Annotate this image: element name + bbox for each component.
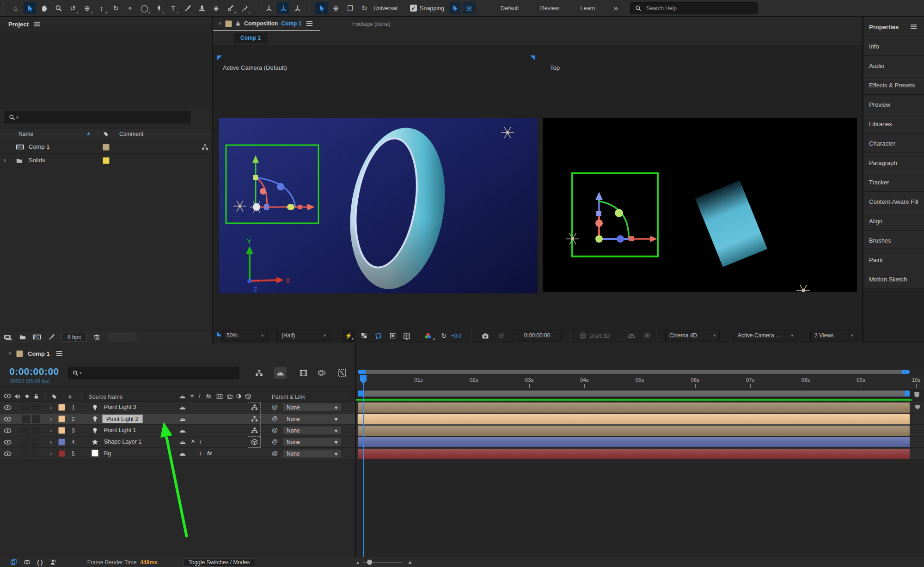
column-parent-link[interactable]: Parent & Link — [272, 394, 305, 400]
frame-blend-switch-icon[interactable] — [216, 393, 223, 400]
parent-pickwhip-icon[interactable]: @ — [272, 450, 278, 457]
mask-visibility-button[interactable] — [372, 330, 384, 341]
current-time-display[interactable]: 0:00:00:00 — [9, 366, 59, 377]
layer-duration-bar[interactable] — [358, 437, 910, 447]
layer-expander-icon[interactable]: › — [50, 450, 52, 457]
snap-to-features-button[interactable] — [463, 2, 476, 14]
layer-shy-toggle[interactable] — [179, 439, 186, 445]
work-area-bar[interactable] — [358, 390, 910, 396]
transfer-controls-pane-icon[interactable] — [24, 559, 31, 566]
snapping-toggle[interactable]: ✓ Snapping — [410, 5, 444, 12]
region-of-interest-button[interactable] — [386, 330, 398, 341]
layer-name[interactable]: Point Light 1 — [104, 427, 136, 433]
rotation-tool[interactable]: ↻ — [110, 2, 122, 14]
panel-rail-item-paint[interactable]: Paint — [863, 250, 924, 269]
panel-rail-item-audio[interactable]: Audio — [863, 56, 924, 75]
layer-visibility-toggle[interactable] — [4, 405, 12, 410]
snapshot-camera-icon[interactable] — [479, 330, 491, 341]
layer-duration-bar[interactable] — [358, 414, 910, 424]
comp-view-top[interactable] — [543, 118, 857, 292]
layer-expander-icon[interactable]: › — [50, 415, 52, 422]
render-time-pane-icon[interactable] — [49, 559, 57, 566]
label-column-icon[interactable] — [103, 131, 109, 137]
new-composition-icon[interactable] — [33, 334, 42, 341]
layer-row-point-light-1[interactable]: ›3Point Light 1@None▾ — [0, 425, 355, 436]
zoom-in-mountain-icon[interactable]: ▲ — [407, 559, 413, 566]
timeline-search-field[interactable]: ▾ — [68, 367, 239, 379]
tab-label-swatch[interactable] — [16, 350, 23, 357]
workspace-tab-review[interactable]: Review — [540, 5, 559, 12]
close-icon[interactable]: × — [8, 350, 12, 357]
draft-3d-icon[interactable] — [576, 330, 588, 341]
layer-label-swatch[interactable] — [58, 415, 65, 422]
panel-rail-item-preview[interactable]: Preview — [863, 95, 924, 114]
layer-visibility-toggle[interactable] — [4, 428, 12, 433]
universal-selection[interactable] — [315, 2, 328, 14]
layer-shy-toggle[interactable] — [179, 404, 186, 411]
parent-link-dropdown[interactable]: None▾ — [283, 426, 341, 435]
parent-pickwhip-icon[interactable]: @ — [272, 427, 278, 433]
draft-3d-label[interactable]: Draft 3D — [589, 333, 610, 339]
panel-rail-item-motion-sketch[interactable]: Motion Sketch — [863, 269, 924, 289]
layer-duration-bar[interactable] — [358, 426, 910, 436]
3d-switch-icon[interactable] — [245, 393, 251, 400]
audio-cell[interactable] — [22, 404, 30, 411]
adjustment-switch-icon[interactable] — [236, 393, 242, 399]
layer-duration-bar[interactable] — [358, 449, 910, 459]
panel-rail-item-brushes[interactable]: Brushes — [863, 231, 924, 250]
parent-link-dropdown[interactable]: None▾ — [283, 438, 341, 446]
audio-cell[interactable] — [22, 415, 30, 423]
effects-switch-icon[interactable]: fx — [206, 393, 211, 400]
sort-ascending-icon[interactable]: ▲ — [86, 130, 91, 136]
layer-visibility-toggle[interactable] — [4, 451, 12, 457]
panel-rail-item-character[interactable]: Character — [863, 134, 924, 153]
label-color-swatch[interactable] — [103, 157, 110, 164]
local-axis-mode[interactable] — [263, 2, 275, 14]
layer-collapse-toggle[interactable]: ☀ — [190, 439, 196, 444]
toggle-switches-modes-button[interactable]: Toggle Switches / Modes — [184, 558, 255, 567]
exposure-value[interactable]: +0,0 — [451, 333, 462, 339]
workspace-tab-default[interactable]: Default — [501, 5, 519, 12]
world-axis-mode[interactable] — [277, 2, 289, 14]
project-search-field[interactable]: ▾ — [5, 111, 190, 123]
universal-rotate[interactable]: ↻ — [358, 2, 371, 14]
parent-link-dropdown[interactable]: None▾ — [283, 449, 341, 458]
layer-name-selected[interactable]: Point Light 2 — [102, 415, 143, 423]
layer-switches-pane-icon[interactable] — [10, 559, 17, 566]
channels-button[interactable]: ▾ — [422, 330, 434, 341]
work-area-end-handle[interactable] — [905, 390, 910, 396]
lock-column-icon[interactable] — [33, 393, 39, 399]
shape-tool[interactable]: ◯ — [138, 2, 151, 14]
shy-switch-icon[interactable] — [179, 393, 186, 400]
parent-link-dropdown[interactable]: None▾ — [283, 415, 341, 423]
brush-tool[interactable] — [181, 2, 194, 14]
solo-cell[interactable] — [32, 450, 40, 457]
video-column-icon[interactable] — [4, 393, 12, 399]
extended-viewer-icon[interactable] — [641, 330, 653, 341]
graph-editor-toggle[interactable] — [336, 367, 349, 379]
hand-tool[interactable] — [38, 2, 50, 14]
parent-pickwhip-icon[interactable]: @ — [272, 415, 278, 422]
pan-behind-tool[interactable]: ⌖ — [124, 2, 136, 14]
panel-menu-icon[interactable] — [56, 353, 62, 354]
timeline-zoom-slider[interactable] — [363, 562, 402, 563]
layer-expander-icon[interactable]: › — [50, 404, 52, 411]
motion-blur-master-toggle[interactable] — [315, 367, 328, 379]
layer-shy-toggle[interactable] — [179, 416, 186, 422]
panel-rail-item-align[interactable]: Align — [863, 211, 924, 231]
label-color-swatch[interactable] — [103, 144, 110, 151]
interpret-footage-icon[interactable] — [4, 334, 12, 341]
time-ruler[interactable]: 0s01s02s03s04s05s06s07s08s09s10s — [356, 375, 924, 390]
view-camera-dropdown[interactable]: Active Camera …▾ — [734, 330, 797, 341]
solo-cell[interactable] — [32, 415, 40, 423]
panel-rail-item-content-aware-fill[interactable]: Content-Aware Fill — [863, 192, 924, 211]
used-in-flowchart-icon[interactable] — [202, 144, 208, 151]
layer-shy-toggle[interactable] — [179, 451, 186, 457]
snapping-checkbox[interactable]: ✓ — [410, 5, 417, 12]
tab-label-swatch[interactable] — [225, 20, 232, 27]
panel-rail-item-paragraph[interactable]: Paragraph — [863, 153, 924, 172]
layer-label-swatch[interactable] — [58, 439, 65, 445]
layer-label-swatch[interactable] — [58, 404, 65, 411]
expander-icon[interactable]: › — [4, 156, 6, 164]
type-tool[interactable]: T — [167, 2, 179, 14]
